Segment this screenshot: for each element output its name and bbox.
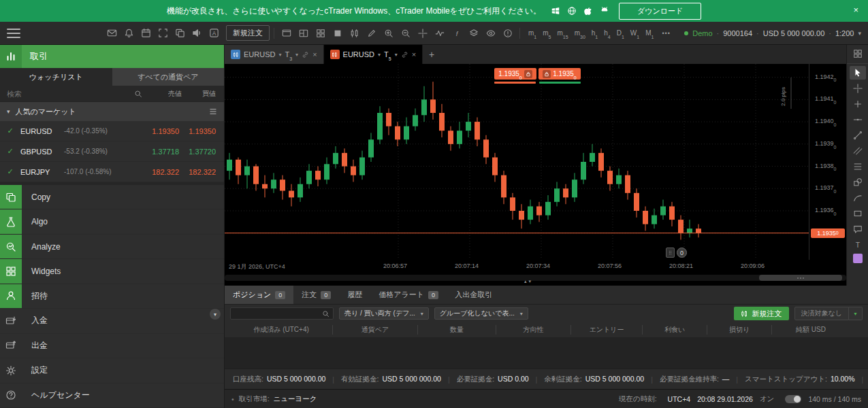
collapse-sidebar-button[interactable]: ▾ (210, 309, 221, 320)
tradewatch-tab-2[interactable]: 履歴 (339, 286, 370, 304)
sidebar-item-widgets[interactable]: Widgets (0, 259, 224, 284)
sidebar-item-settings[interactable]: 設定 (0, 358, 224, 383)
candles-icon[interactable] (347, 26, 362, 40)
menu-icon[interactable] (7, 29, 20, 38)
time-toggle[interactable] (785, 395, 801, 403)
close-icon[interactable]: × (412, 50, 416, 58)
more-timeframes-button[interactable]: ••• (662, 30, 670, 37)
zoom-in-icon[interactable] (381, 26, 396, 40)
direction-filter-dropdown[interactable]: 売り / 買い両方 (デフ... ▾ (339, 307, 429, 320)
rect-tool-icon[interactable] (850, 207, 866, 220)
account-switcher[interactable]: Demo · 9000164 · USD 5 000 000.00 · 1:20… (684, 29, 861, 37)
sidebar-item-deposit[interactable]: 入金 (0, 309, 224, 333)
sidebar-item-invite[interactable]: 招待 (0, 284, 224, 309)
bell-icon[interactable] (121, 26, 137, 40)
trend-tool-icon[interactable] (850, 129, 866, 142)
sound-icon[interactable] (189, 26, 205, 40)
watchlist-group-header[interactable]: ▾ 人気のマーケット (0, 102, 224, 121)
chevron-down-icon[interactable]: ▾ (278, 52, 281, 58)
text-tool-icon[interactable] (850, 238, 866, 252)
sidebar-item-algo[interactable]: Algo (0, 209, 224, 234)
cursor-tool-icon[interactable] (850, 66, 866, 80)
grouping-dropdown[interactable]: グループ化しないで表... ▾ (434, 307, 528, 320)
chart-tab-1[interactable]: EURUSD▾T3▾× (225, 45, 324, 64)
sidebar-item-help[interactable]: ヘルプセンター (0, 384, 224, 408)
scrollbar-handle[interactable] (759, 275, 842, 281)
column-header[interactable]: 損切り (707, 325, 771, 335)
add-chart-button[interactable]: + (423, 45, 440, 64)
tradewatch-tab-0[interactable]: ポジション0 (225, 286, 293, 304)
chart-plot[interactable]: 1.194201.194101.194001.193901.193801.193… (225, 64, 846, 286)
close-banner-icon[interactable]: × (853, 5, 858, 15)
timeframe-m15[interactable]: m15 (555, 28, 571, 38)
lock-icon[interactable] (543, 70, 551, 78)
drag-handle-icon[interactable] (666, 248, 675, 258)
watchlist-row-eurusd[interactable]: ✓EURUSD-42.0 (-0.35%)1.193501.19350 (0, 121, 224, 141)
column-header[interactable]: 数量 (417, 325, 496, 335)
plus-tool-icon[interactable] (850, 97, 866, 111)
chevron-down-icon[interactable]: ▾ (295, 52, 298, 58)
download-button[interactable]: ダウンロード (619, 3, 701, 20)
link-icon[interactable] (401, 51, 408, 58)
chevron-down-icon[interactable]: ▾ (378, 52, 381, 58)
buy-price[interactable]: 1.19350 (179, 127, 224, 135)
panel-splitter[interactable]: ▴ ▾ (524, 279, 531, 284)
timeframe-h4[interactable]: h4 (601, 28, 613, 38)
positions-search-input[interactable] (234, 309, 322, 318)
fx-icon[interactable] (449, 26, 464, 40)
arc-tool-icon[interactable] (850, 191, 866, 205)
sidebar-item-copy[interactable]: Copy (0, 185, 224, 209)
watchlist-row-eurjpy[interactable]: ✓EURJPY-107.0 (-0.58%)182.322182.322 (0, 162, 224, 182)
crosshair-tool-icon[interactable] (850, 82, 866, 95)
buy-button[interactable]: 1.19350 (539, 68, 581, 80)
fullscreen-icon[interactable] (155, 26, 171, 40)
tradewatch-tab-3[interactable]: 価格アラート0 (370, 286, 447, 304)
eye-icon[interactable] (483, 26, 498, 40)
column-header[interactable]: 純額 USD (771, 325, 850, 335)
crosshair-icon[interactable] (415, 26, 430, 40)
column-header[interactable]: 利食い (642, 325, 707, 335)
tradewatch-tab-1[interactable]: 注文0 (293, 286, 339, 304)
timeframe-W1[interactable]: W1 (628, 28, 642, 38)
timeframe-m5[interactable]: m5 (540, 28, 553, 38)
shapes-tool-icon[interactable] (850, 175, 866, 189)
timeframe-m30[interactable]: m30 (572, 28, 588, 38)
chart-scrollbar[interactable] (225, 275, 846, 281)
link-icon[interactable] (302, 51, 309, 58)
calendar-icon[interactable] (138, 26, 154, 40)
watchlist-tab-0[interactable]: ウォッチリスト (0, 68, 112, 86)
edit-icon[interactable] (364, 26, 379, 40)
alert-icon[interactable] (500, 26, 515, 40)
fill-icon[interactable] (329, 26, 345, 40)
sell-price[interactable]: 182.322 (140, 168, 179, 176)
sidebar-item-analyze[interactable]: Analyze (0, 235, 224, 259)
watchlist-tab-1[interactable]: すべての通貨ペア (112, 68, 225, 86)
window-icon[interactable] (278, 26, 294, 40)
watchlist-row-gbpusd[interactable]: ✓GBPUSD-53.2 (-0.38%)1.377181.37720 (0, 141, 224, 162)
lock-icon[interactable] (524, 70, 532, 78)
sidebar-item-withdraw[interactable]: 出金 (0, 334, 224, 358)
grid-icon[interactable] (312, 26, 328, 40)
layers-icon[interactable] (466, 26, 481, 40)
watchlist-search-input[interactable] (5, 89, 131, 99)
fib-tool-icon[interactable] (850, 160, 866, 173)
time-axis[interactable]: 29 1月 2026, UTC+420:06:5720:07:1420:07:3… (225, 262, 809, 272)
close-target-dropdown[interactable]: ▾ (849, 307, 863, 320)
workspace-grid-icon[interactable] (850, 47, 866, 61)
callout-tool-icon[interactable] (850, 222, 866, 236)
timeframe-m1[interactable]: m1 (526, 28, 539, 38)
timeframe-h1[interactable]: h1 (589, 28, 600, 38)
close-icon[interactable]: × (312, 50, 317, 58)
channel-tool-icon[interactable] (850, 144, 866, 158)
buy-price[interactable]: 182.322 (179, 168, 224, 176)
sell-price[interactable]: 1.37718 (140, 148, 179, 156)
color-swatch[interactable] (853, 254, 863, 263)
new-order-button[interactable]: 新規注文 (734, 307, 789, 320)
chart-canvas[interactable] (225, 64, 809, 260)
position-marker[interactable]: 0 (666, 248, 687, 258)
new-order-button[interactable]: 新規注文 (226, 25, 270, 41)
timeframe-D1[interactable]: D1 (614, 28, 627, 38)
column-header[interactable]: エントリー (570, 325, 642, 335)
lang-icon[interactable] (206, 26, 222, 40)
hline-tool-icon[interactable] (850, 113, 866, 126)
